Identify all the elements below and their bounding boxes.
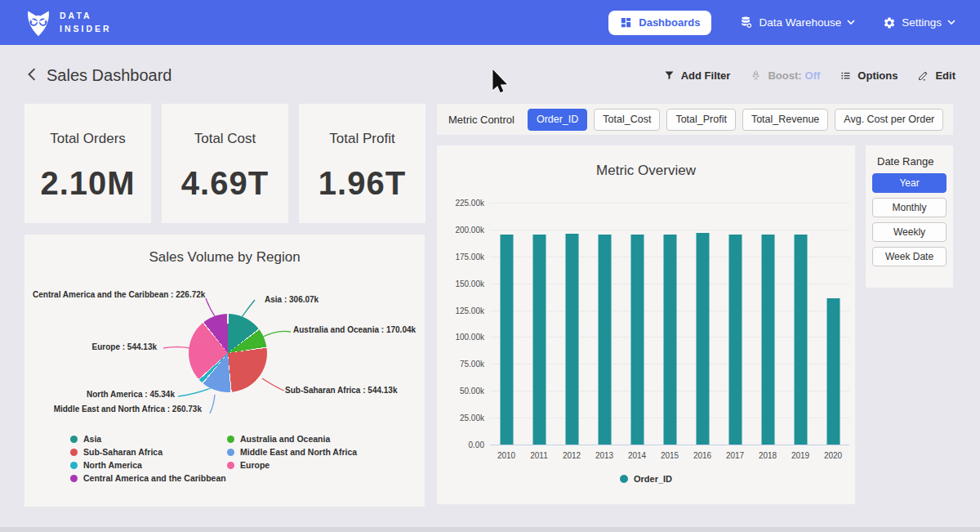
settings-menu[interactable]: Settings: [883, 16, 956, 29]
dashboards-label: Dashboards: [639, 16, 700, 29]
legend-dot: [227, 462, 234, 469]
legend-item-australia-and-oceania[interactable]: Australia and Oceania: [227, 432, 384, 445]
bar-chart-bars: [490, 203, 849, 445]
y-tick-label: 175.00k: [455, 252, 484, 261]
pie-label-central-america-and-the-caribbean: Central America and the Caribbean : 226.…: [33, 290, 197, 299]
gear-icon: [883, 16, 896, 29]
kpi-label: Total Orders: [24, 131, 151, 147]
page-title: Sales Dashboard: [47, 66, 172, 85]
legend-label: Europe: [240, 460, 270, 470]
legend-item-europe[interactable]: Europe: [227, 458, 384, 472]
pie-label-asia: Asia : 306.07k: [265, 295, 318, 304]
date-range-label: Date Range: [877, 155, 933, 168]
x-tick-label: 2011: [525, 451, 553, 460]
add-filter-button[interactable]: Add Filter: [663, 69, 731, 82]
pie-label-middle-east-and-north-africa: Middle East and North Africa : 260.73k: [41, 405, 202, 414]
settings-label: Settings: [902, 16, 942, 29]
data-warehouse-label: Data Warehouse: [759, 16, 841, 29]
brand-logo[interactable]: DATA INSIDER: [24, 8, 112, 38]
boost-toggle[interactable]: Boost: Off: [750, 69, 820, 82]
chevron-left-icon: [26, 68, 38, 81]
app: DATA INSIDER Dashboards Data Warehouse: [0, 0, 980, 532]
legend-label: Order_ID: [634, 474, 672, 484]
pie-label-north-america: North America : 45.34k: [57, 390, 175, 399]
metric-option-total-revenue[interactable]: Total_Revenue: [742, 109, 828, 131]
legend-item-asia[interactable]: Asia: [70, 432, 227, 445]
kpi-card-total-cost: Total Cost 4.69T: [162, 104, 288, 223]
navbar-menu: Dashboards Data Warehouse Settings: [608, 11, 956, 35]
legend-label: Asia: [83, 434, 101, 444]
legend-dot: [70, 462, 78, 469]
edit-label: Edit: [935, 69, 956, 82]
metric-option-order-id[interactable]: Order_ID: [528, 109, 587, 131]
kpi-label: Total Cost: [162, 131, 288, 147]
bar-2020[interactable]: [826, 298, 840, 445]
x-tick-label: 2017: [721, 451, 749, 460]
bar-2011[interactable]: [532, 235, 546, 445]
date-range-option-weekly[interactable]: Weekly: [872, 222, 947, 242]
navbar: DATA INSIDER Dashboards Data Warehouse: [0, 0, 980, 45]
kpi-card-total-profit: Total Profit 1.96T: [299, 104, 425, 223]
y-tick-label: 75.00k: [460, 360, 484, 369]
bar-2019[interactable]: [794, 235, 808, 445]
legend-dot: [227, 436, 234, 443]
kpi-value: 2.10M: [24, 165, 151, 202]
date-range-option-year[interactable]: Year: [872, 173, 947, 193]
legend-dot: [70, 436, 78, 443]
bar-chart-x-axis: 2010201120122013201420152016201720182019…: [490, 451, 849, 460]
y-tick-label: 200.00k: [455, 225, 484, 234]
page-header: Sales Dashboard Add Filter Boost: Off: [0, 57, 980, 93]
x-tick-label: 2014: [623, 451, 651, 460]
filter-funnel-icon: [663, 69, 675, 82]
bar-chart-y-axis: 225.00k200.00k175.00k150.00k125.00k100.0…: [440, 203, 484, 445]
legend-label: Central America and the Caribbean: [83, 473, 226, 483]
bar-chart-legend[interactable]: Order_ID: [437, 474, 855, 484]
legend-item-middle-east-and-north-africa[interactable]: Middle East and North Africa: [227, 445, 384, 458]
metric-option-avg-cost-per-order[interactable]: Avg. Cost per Order: [835, 109, 943, 131]
x-tick-label: 2020: [819, 451, 847, 460]
bar-2015[interactable]: [663, 235, 677, 445]
bar-2010[interactable]: [500, 235, 514, 445]
chevron-down-icon: [947, 20, 956, 25]
x-tick-label: 2018: [754, 451, 782, 460]
metric-control-bar: Metric Control Order_IDTotal_CostTotal_P…: [437, 104, 953, 135]
legend-label: Middle East and North Africa: [240, 447, 357, 457]
bar-2014[interactable]: [630, 235, 644, 445]
y-tick-label: 100.00k: [455, 333, 484, 342]
date-range-option-monthly[interactable]: Monthly: [872, 198, 947, 217]
bar-2013[interactable]: [598, 235, 612, 445]
legend-item-north-america[interactable]: North America: [70, 458, 227, 472]
metric-option-total-cost[interactable]: Total_Cost: [594, 109, 660, 131]
bar-2012[interactable]: [565, 234, 579, 445]
legend-item-sub-saharan-africa[interactable]: Sub-Saharan Africa: [70, 445, 227, 458]
bar-2018[interactable]: [761, 235, 775, 445]
legend-dot: [227, 449, 234, 456]
pie-chart[interactable]: [189, 314, 267, 392]
back-button[interactable]: [23, 66, 41, 84]
y-tick-label: 150.00k: [455, 279, 484, 288]
metric-control-label: Metric Control: [448, 114, 514, 126]
bar-2016[interactable]: [696, 233, 710, 445]
legend-dot: [70, 475, 78, 482]
dashboards-button[interactable]: Dashboards: [608, 11, 711, 35]
data-warehouse-menu[interactable]: Data Warehouse: [739, 16, 855, 29]
kpi-value: 1.96T: [299, 165, 425, 202]
metric-option-total-profit[interactable]: Total_Profit: [666, 109, 736, 131]
bottom-scrollbar-track[interactable]: [0, 527, 980, 532]
pie-chart-legend: AsiaSub-Saharan AfricaNorth AmericaCentr…: [70, 432, 384, 485]
sales-volume-chart: Sales Volume by Region Asia : 306.07k Au…: [24, 235, 425, 507]
metric-overview-chart: Metric Overview 225.00k200.00k175.00k150…: [437, 145, 855, 504]
brand-line2: INSIDER: [60, 23, 112, 35]
legend-item-central-america-and-the-caribbean[interactable]: Central America and the Caribbean: [70, 472, 227, 485]
bar-2017[interactable]: [728, 235, 742, 445]
x-tick-label: 2010: [492, 451, 520, 460]
legend-label: Australia and Oceania: [240, 434, 330, 444]
legend-label: North America: [83, 460, 142, 470]
x-tick-label: 2012: [558, 451, 586, 460]
edit-button[interactable]: Edit: [917, 69, 956, 82]
database-icon: [739, 16, 753, 29]
gridline: [490, 445, 849, 445]
options-button[interactable]: Options: [840, 69, 898, 82]
date-range-option-week-date[interactable]: Week Date: [872, 247, 947, 266]
legend-dot: [70, 449, 78, 456]
